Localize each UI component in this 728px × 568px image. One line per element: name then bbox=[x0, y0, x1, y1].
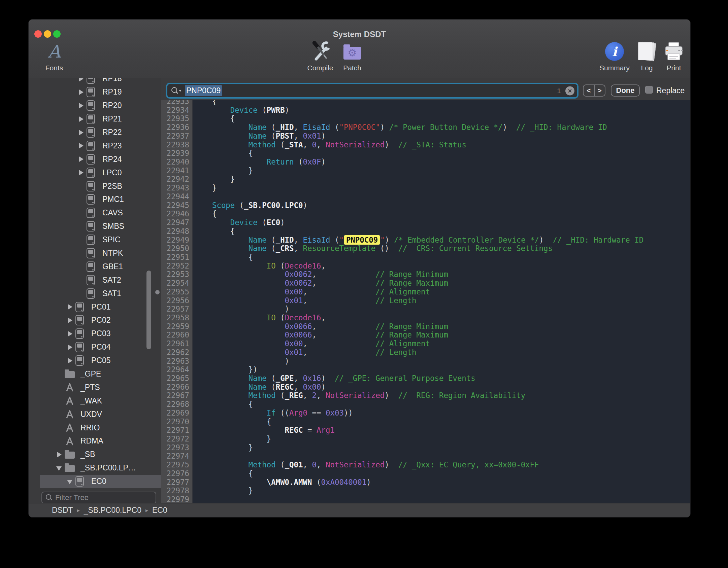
sidebar-item-ntpk[interactable]: NTPK bbox=[40, 247, 161, 260]
sidebar-item-pc05[interactable]: PC05 bbox=[40, 354, 161, 367]
disclosure-triangle-icon[interactable] bbox=[76, 99, 87, 112]
code-line: } bbox=[194, 435, 691, 443]
code-line: 0x00, // Alignment bbox=[194, 340, 691, 348]
sidebar-item-label: SMBS bbox=[102, 222, 124, 231]
sidebar-item-sbpc00lp[interactable]: _SB.PC00.LP… bbox=[40, 461, 161, 475]
sidebar-item-pmc1[interactable]: PMC1 bbox=[40, 193, 161, 206]
sidebar-item-label: LPC0 bbox=[102, 168, 122, 177]
breadcrumb-segment[interactable]: EC0 bbox=[152, 506, 167, 515]
code-line: 0x0066, // Range Maximum bbox=[194, 331, 691, 340]
breadcrumb-segment[interactable]: _SB.PC00.LPC0 bbox=[84, 506, 141, 515]
next-match-button[interactable]: > bbox=[595, 85, 605, 96]
line-number-gutter: 2293322934229352293622937229382293922940… bbox=[161, 100, 193, 504]
sidebar-item-rp24[interactable]: RP24 bbox=[40, 152, 161, 166]
device-icon bbox=[75, 315, 84, 325]
sidebar-item-spic[interactable]: SPIC bbox=[40, 233, 161, 247]
disclosure-triangle-icon[interactable] bbox=[76, 112, 87, 126]
disclosure-triangle-icon[interactable] bbox=[76, 78, 87, 85]
sidebar-item-label: _PTS bbox=[80, 383, 100, 392]
sidebar-scrollbar-thumb[interactable] bbox=[146, 271, 151, 349]
device-icon bbox=[87, 181, 95, 191]
toolbar-item-patch[interactable]: ⚙ Patch bbox=[332, 40, 372, 72]
zoom-window-button[interactable] bbox=[53, 30, 61, 38]
sidebar-item-uxdv[interactable]: UXDV bbox=[40, 407, 161, 421]
clear-search-button[interactable]: ✕ bbox=[565, 86, 574, 95]
sidebar-item-label: NTPK bbox=[102, 249, 123, 258]
line-number: 22969 bbox=[161, 409, 189, 418]
disclosure-triangle-icon[interactable] bbox=[65, 300, 75, 314]
sidebar-item-rp20[interactable]: RP20 bbox=[40, 99, 161, 112]
search-icon[interactable] bbox=[171, 87, 182, 95]
line-number: 22937 bbox=[161, 132, 189, 141]
minimize-window-button[interactable] bbox=[44, 30, 51, 38]
splitter-handle-dot[interactable] bbox=[155, 290, 160, 294]
toolbar-item-print[interactable]: Print bbox=[654, 40, 691, 72]
device-icon bbox=[75, 476, 84, 487]
sidebar-item-sat1[interactable]: SAT1 bbox=[40, 287, 161, 300]
search-input[interactable]: PNP0C09 1 ✕ bbox=[166, 83, 578, 99]
disclosure-triangle-icon[interactable] bbox=[76, 139, 87, 152]
sidebar-item-pts[interactable]: _PTS bbox=[40, 381, 161, 394]
disclosure-triangle-icon bbox=[76, 233, 87, 247]
disclosure-triangle-icon[interactable] bbox=[65, 314, 75, 327]
line-number: 22935 bbox=[161, 114, 189, 123]
sidebar-item-pc03[interactable]: PC03 bbox=[40, 327, 161, 341]
sidebar-item-rp23[interactable]: RP23 bbox=[40, 139, 161, 152]
sidebar-item-sb[interactable]: _SB bbox=[40, 448, 161, 461]
line-number: 22958 bbox=[161, 314, 189, 322]
sidebar-item-p2sb[interactable]: P2SB bbox=[40, 179, 161, 193]
sidebar-item-gbe1[interactable]: GBE1 bbox=[40, 260, 161, 273]
code-line: { bbox=[194, 100, 691, 106]
sidebar-item-rrio[interactable]: RRIO bbox=[40, 421, 161, 434]
code-line: ) bbox=[194, 357, 691, 366]
sidebar-item-pc01[interactable]: PC01 bbox=[40, 300, 161, 314]
sidebar-item-label: _SB bbox=[80, 450, 95, 459]
sidebar-item-lpc0[interactable]: LPC0 bbox=[40, 166, 161, 179]
code-editor[interactable]: 2293322934229352293622937229382293922940… bbox=[161, 100, 691, 504]
toolbar-item-fonts[interactable]: A Fonts bbox=[34, 40, 74, 72]
disclosure-triangle-icon[interactable] bbox=[65, 327, 75, 341]
sidebar-item-wak[interactable]: _WAK bbox=[40, 394, 161, 407]
code-line: Method (_Q01, 0, NotSerialized) // _Qxx:… bbox=[194, 461, 691, 469]
disclosure-triangle-icon[interactable] bbox=[55, 461, 65, 475]
method-icon bbox=[65, 409, 75, 419]
sidebar-item-rdma[interactable]: RDMA bbox=[40, 434, 161, 448]
disclosure-triangle-icon[interactable] bbox=[76, 166, 87, 179]
device-icon bbox=[75, 328, 84, 339]
disclosure-triangle-icon[interactable] bbox=[65, 354, 75, 367]
disclosure-triangle-icon[interactable] bbox=[76, 85, 87, 99]
disclosure-triangle-icon[interactable] bbox=[55, 448, 65, 461]
disclosure-triangle-icon[interactable] bbox=[65, 341, 75, 354]
summary-info-icon: i bbox=[605, 42, 624, 61]
replace-label: Replace bbox=[656, 84, 685, 97]
filter-tree-input[interactable]: Filter Tree bbox=[41, 492, 156, 504]
disclosure-triangle-icon[interactable] bbox=[76, 126, 87, 139]
sidebar-item-rp18[interactable]: RP18 bbox=[40, 78, 161, 85]
disclosure-triangle-icon bbox=[76, 206, 87, 220]
find-nav-group: < > bbox=[583, 84, 605, 97]
close-window-button[interactable] bbox=[34, 30, 42, 38]
disclosure-triangle-icon bbox=[55, 394, 65, 407]
previous-match-button[interactable]: < bbox=[584, 85, 595, 96]
disclosure-triangle-icon[interactable] bbox=[65, 475, 75, 488]
sidebar-item-sat2[interactable]: SAT2 bbox=[40, 273, 161, 287]
filter-bar: Filter Tree bbox=[40, 491, 161, 504]
done-button[interactable]: Done bbox=[611, 84, 640, 97]
sidebar-item-rp19[interactable]: RP19 bbox=[40, 85, 161, 99]
sidebar-item-pc04[interactable]: PC04 bbox=[40, 341, 161, 354]
sidebar-item-cavs[interactable]: CAVS bbox=[40, 206, 161, 220]
disclosure-triangle-icon[interactable] bbox=[76, 152, 87, 166]
sidebar-item-rp22[interactable]: RP22 bbox=[40, 126, 161, 139]
code-line: { bbox=[194, 114, 691, 123]
replace-checkbox[interactable] bbox=[645, 86, 653, 94]
sidebar-item-ec0[interactable]: EC0 bbox=[40, 475, 161, 488]
sidebar-item-pc02[interactable]: PC02 bbox=[40, 314, 161, 327]
breadcrumb-segment[interactable]: DSDT bbox=[52, 506, 73, 515]
line-number: 22938 bbox=[161, 141, 189, 149]
code-line: Device (EC0) bbox=[194, 218, 691, 227]
disclosure-triangle-icon bbox=[55, 434, 65, 448]
sidebar-item-rp21[interactable]: RP21 bbox=[40, 112, 161, 126]
sidebar-item-gpe[interactable]: _GPE bbox=[40, 367, 161, 381]
disclosure-triangle-icon bbox=[76, 273, 87, 287]
sidebar-item-smbs[interactable]: SMBS bbox=[40, 220, 161, 233]
